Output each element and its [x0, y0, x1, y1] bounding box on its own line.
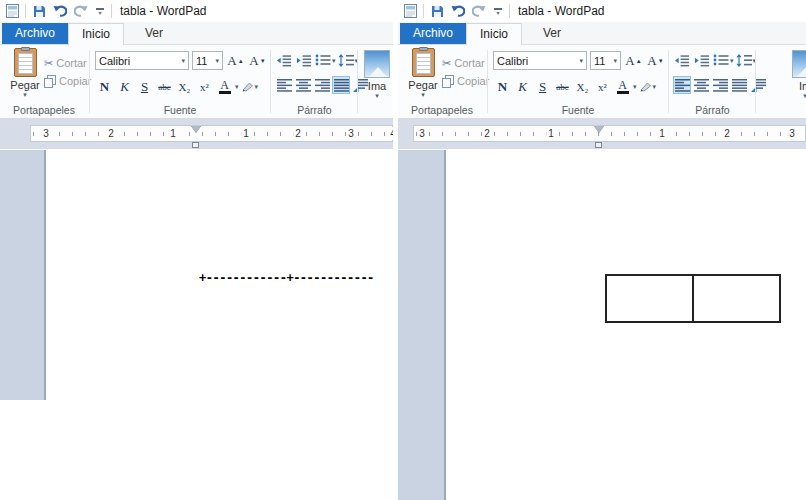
chevron-down-icon: ▾: [730, 57, 734, 64]
italic-button[interactable]: K: [513, 77, 532, 96]
table-cell[interactable]: [607, 276, 694, 321]
cut-button[interactable]: ✂ Cortar: [442, 54, 489, 72]
chevron-down-icon: ▾: [332, 57, 336, 64]
paste-label: Pegar: [408, 79, 437, 91]
paste-button[interactable]: Pegar ▾: [8, 48, 42, 98]
tab-inicio[interactable]: Inicio: [68, 23, 124, 45]
highlight-color-button[interactable]: ▾: [638, 80, 657, 93]
grow-font-button[interactable]: A▲: [226, 51, 245, 70]
insert-image-button[interactable]: Ima ▾: [364, 50, 390, 99]
tab-ver[interactable]: Ver: [530, 23, 574, 44]
insert-image-button[interactable]: Im ▾: [792, 50, 806, 99]
decrease-indent-button[interactable]: [673, 51, 691, 69]
line-spacing-button[interactable]: ▾: [338, 54, 359, 67]
undo-button[interactable]: [52, 3, 68, 19]
customize-quick-access-button[interactable]: ▾: [94, 3, 106, 19]
ruler-number: 1: [241, 127, 251, 140]
superscript-button[interactable]: x²: [593, 77, 612, 96]
bold-button[interactable]: N: [493, 77, 512, 96]
align-left-button[interactable]: [275, 76, 293, 94]
color-swatch: [219, 91, 231, 94]
font-size-select[interactable]: 11▾: [590, 51, 621, 70]
tab-archivo[interactable]: Archivo: [2, 23, 68, 44]
undo-button[interactable]: [450, 3, 466, 19]
paste-button[interactable]: Pegar ▾: [406, 48, 440, 98]
divider: [25, 4, 26, 18]
justify-button[interactable]: [332, 76, 350, 94]
indent-marker[interactable]: [191, 126, 201, 133]
italic-button[interactable]: K: [115, 77, 134, 96]
titlebar: ▾ tabla - WordPad: [398, 0, 806, 22]
bold-button[interactable]: N: [95, 77, 114, 96]
superscript-button[interactable]: x²: [195, 77, 214, 96]
titlebar: ▾ tabla - WordPad: [0, 0, 393, 22]
clipboard-icon: [412, 48, 435, 77]
align-center-button[interactable]: [294, 76, 312, 94]
copy-icon: [442, 75, 454, 88]
chevron-down-icon: ▾: [181, 57, 185, 64]
strikethrough-button[interactable]: abc: [155, 77, 174, 96]
indent-marker[interactable]: [594, 126, 604, 133]
highlight-color-button[interactable]: ▾: [240, 80, 259, 93]
decrease-indent-button[interactable]: [275, 51, 293, 69]
redo-button[interactable]: [471, 3, 487, 19]
save-button[interactable]: [31, 3, 47, 19]
window-title: tabla - WordPad: [120, 4, 207, 18]
justify-button[interactable]: [730, 76, 748, 94]
cut-button[interactable]: ✂ Cortar: [44, 54, 91, 72]
list-button[interactable]: ▾: [713, 54, 734, 66]
font-size-select[interactable]: 11▾: [192, 51, 223, 70]
tab-inicio[interactable]: Inicio: [466, 23, 522, 45]
align-right-button[interactable]: [313, 76, 331, 94]
align-right-button[interactable]: [711, 76, 729, 94]
grow-font-button[interactable]: A▲: [624, 51, 643, 70]
wordpad-window-left: ▾ tabla - WordPad Archivo Inicio Ver Peg…: [0, 0, 393, 500]
save-button[interactable]: [429, 3, 445, 19]
font-family-select[interactable]: Calibri▾: [95, 51, 189, 70]
table-cell[interactable]: [694, 276, 779, 321]
paragraph-settings-button[interactable]: [749, 76, 767, 94]
wordpad-app-icon: [4, 3, 20, 19]
align-center-button[interactable]: [692, 76, 710, 94]
copy-button[interactable]: Copiar: [44, 72, 91, 90]
subscript-button[interactable]: X₂: [175, 77, 194, 96]
paste-label: Pegar: [10, 79, 39, 91]
clipboard-group: Pegar ▾ ✂ Cortar Copiar Portapapeles: [0, 45, 88, 118]
document-area[interactable]: [398, 150, 806, 500]
copy-button[interactable]: Copiar: [442, 72, 489, 90]
underline-button[interactable]: S: [135, 77, 154, 96]
ruler-number: 3: [346, 127, 356, 140]
ruler-number: 1: [657, 127, 667, 140]
underline-button[interactable]: S: [533, 77, 552, 96]
scissors-icon: ✂: [442, 57, 451, 70]
divider: [423, 4, 424, 18]
group-divider: [89, 50, 90, 113]
increase-indent-button[interactable]: [295, 51, 313, 69]
tab-ver[interactable]: Ver: [132, 23, 176, 44]
copy-icon: [44, 75, 56, 88]
subscript-button[interactable]: X₂: [573, 77, 592, 96]
ruler: 3 2 1 1 2 3 4: [30, 125, 393, 142]
document-area[interactable]: +------------+------------: [0, 150, 393, 500]
increase-indent-button[interactable]: [693, 51, 711, 69]
shrink-font-button[interactable]: A▼: [646, 51, 665, 70]
align-left-button[interactable]: [673, 76, 691, 94]
ruler-number: 3: [417, 127, 427, 140]
clipboard-group-label: Portapapeles: [0, 104, 88, 116]
customize-quick-access-button[interactable]: ▾: [492, 3, 504, 19]
page-margin: [398, 150, 444, 500]
paragraph-group-label: Párrafo: [670, 104, 755, 116]
tab-archivo[interactable]: Archivo: [400, 23, 466, 44]
shrink-font-button[interactable]: A▼: [248, 51, 267, 70]
insert-group: Im ▾: [788, 45, 806, 118]
line-spacing-button[interactable]: ▾: [736, 54, 757, 67]
font-color-button[interactable]: A ▾: [215, 77, 239, 96]
line-spacing-icon: [338, 54, 354, 67]
strikethrough-button[interactable]: abc: [553, 77, 572, 96]
ribbon: Pegar ▾ ✂ Cortar Copiar Portapapeles Cal…: [398, 45, 806, 119]
font-color-button[interactable]: A ▾: [613, 77, 637, 96]
redo-button[interactable]: [73, 3, 89, 19]
divider: [111, 4, 112, 18]
font-family-select[interactable]: Calibri▾: [493, 51, 587, 70]
list-button[interactable]: ▾: [315, 54, 336, 66]
